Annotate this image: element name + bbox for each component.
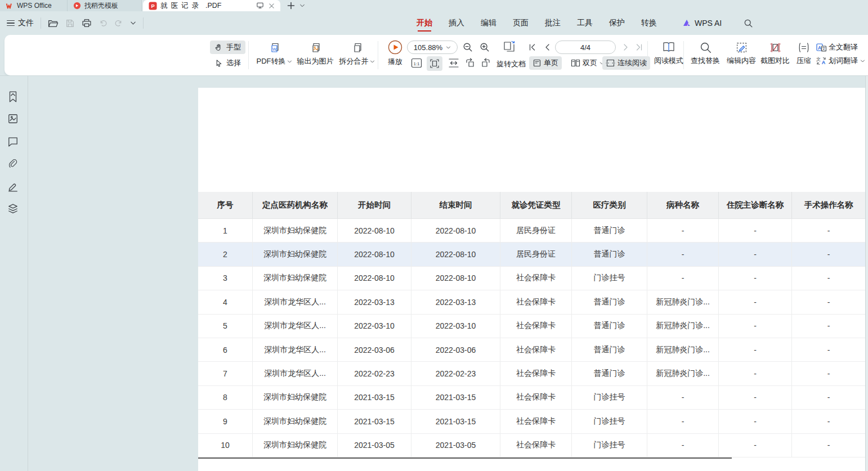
single-page-label: 单页: [544, 58, 558, 68]
table-cell: 2022-02-23: [411, 362, 500, 385]
signature-icon[interactable]: [7, 181, 19, 192]
attachment-icon[interactable]: [7, 158, 19, 169]
zoom-in-icon[interactable]: [480, 42, 490, 52]
table-body: 1深圳市妇幼保健院2022-08-102022-08-10居民身份证普通门诊--…: [198, 219, 865, 457]
swap-pages-icon[interactable]: [502, 39, 517, 54]
full-translate-button[interactable]: A文 全文翻译: [816, 41, 865, 53]
file-menu-button[interactable]: 文件: [7, 18, 34, 28]
table-cell: -: [719, 434, 792, 457]
wps-ai-button[interactable]: WPS AI: [682, 19, 722, 28]
split-merge-button[interactable]: 拆分合并: [336, 42, 378, 66]
menu-convert[interactable]: 转换: [641, 16, 657, 30]
sidebar-panel: [0, 76, 28, 471]
compress-button[interactable]: 压缩: [793, 42, 815, 66]
export-image-label: 输出为图片: [297, 56, 334, 66]
thumbnails-icon[interactable]: [7, 113, 19, 124]
menu-home[interactable]: 开始: [417, 16, 432, 30]
zoom-level-select[interactable]: 105.88%: [407, 41, 458, 54]
table-cell: 社会保障卡: [500, 386, 572, 410]
menu-page[interactable]: 页面: [513, 16, 529, 30]
svg-text:W: W: [272, 47, 276, 51]
table-cell: -: [792, 386, 865, 410]
select-tool-button[interactable]: 选择: [210, 56, 245, 70]
first-page-icon[interactable]: [528, 43, 536, 51]
play-button[interactable]: 播放: [383, 40, 408, 67]
table-cell: -: [647, 219, 719, 243]
close-tab-icon[interactable]: [269, 3, 275, 9]
menu-insert[interactable]: 插入: [449, 16, 464, 30]
print-icon[interactable]: [82, 19, 92, 28]
fit-width-icon[interactable]: [448, 58, 459, 68]
single-page-button[interactable]: 单页: [529, 56, 562, 70]
menu-protect[interactable]: 保护: [609, 16, 625, 30]
actual-size-icon[interactable]: 1:1: [411, 58, 422, 68]
divider: [378, 41, 378, 69]
chevron-down-icon: [287, 60, 292, 64]
continuous-read-button[interactable]: 连续阅读: [602, 56, 650, 70]
save-icon[interactable]: [65, 19, 75, 28]
table-cell: 新冠肺炎门诊...: [647, 315, 719, 338]
tab-document-active[interactable]: P 就医记录.PDF: [143, 0, 280, 11]
table-cell: 2021-03-05: [411, 434, 500, 457]
table-cell: -: [719, 386, 792, 410]
search-icon[interactable]: [744, 19, 753, 28]
history-chevron-icon[interactable]: [130, 21, 136, 25]
layers-icon[interactable]: [7, 203, 19, 214]
table-cell: -: [647, 243, 719, 266]
hand-tool-button[interactable]: 手型: [210, 41, 245, 54]
rotate-document-button[interactable]: 旋转文档: [496, 59, 526, 69]
page-number-input[interactable]: 4/4: [555, 41, 616, 54]
find-replace-label: 查找替换: [691, 56, 720, 66]
table-row: 2深圳市妇幼保健院2022-08-102022-08-10居民身份证普通门诊--…: [198, 243, 865, 266]
new-tab-plus-icon[interactable]: [287, 2, 295, 10]
table-cell: 门诊挂号: [572, 386, 647, 410]
table-header-row: 序号 定点医药机构名称 开始时间 结束时间 就诊凭证类型 医疗类别 病种名称 住…: [198, 192, 865, 219]
edit-content-button[interactable]: 编辑内容: [724, 42, 759, 66]
table-cell: 2022-03-10: [338, 315, 411, 338]
undo-icon[interactable]: [99, 19, 108, 28]
table-cell: 深圳市龙华区人...: [253, 315, 338, 338]
tab-docer-templates[interactable]: 找稻壳模板: [68, 0, 142, 11]
table-cell: 2022-03-10: [411, 315, 500, 338]
rotate-left-icon[interactable]: [465, 58, 475, 68]
vertical-scrollbar[interactable]: [865, 76, 868, 471]
table-bottom-border: [198, 457, 732, 459]
table-cell: -: [719, 315, 792, 338]
divider: [683, 41, 684, 69]
next-page-icon[interactable]: [623, 43, 629, 51]
table-cell: 2021-03-15: [338, 410, 411, 433]
table-row: 4深圳市龙华区人...2022-03-132022-03-13社会保障卡普通门诊…: [198, 290, 865, 314]
zoom-out-icon[interactable]: [463, 42, 473, 52]
table-cell: 门诊挂号: [572, 410, 647, 433]
find-replace-button[interactable]: 查找替换: [688, 42, 723, 66]
prev-page-icon[interactable]: [544, 43, 551, 51]
menu-edit[interactable]: 编辑: [481, 16, 496, 30]
tab-list-chevron-icon[interactable]: [299, 3, 305, 8]
menu-tools[interactable]: 工具: [577, 16, 593, 30]
table-cell: -: [647, 410, 719, 433]
comment-icon[interactable]: [7, 136, 19, 147]
menu-comment[interactable]: 批注: [545, 16, 561, 30]
read-mode-button[interactable]: 阅读模式: [651, 41, 687, 66]
tab-wps-home[interactable]: WPS Office: [0, 0, 68, 11]
wps-ai-label: WPS AI: [695, 19, 722, 28]
table-cell: 6: [198, 338, 253, 362]
monitor-icon[interactable]: [256, 2, 264, 9]
last-page-icon[interactable]: [635, 43, 643, 51]
fit-page-button[interactable]: [427, 56, 442, 71]
hamburger-icon: [7, 19, 15, 28]
word-translate-button[interactable]: 文A 划词翻译: [816, 53, 865, 66]
document-title: 就医记录: [160, 1, 202, 11]
pdf-convert-button[interactable]: W PDF转换: [254, 42, 294, 66]
table-row: 6深圳市龙华区人...2022-03-062022-03-06社会保障卡普通门诊…: [198, 338, 865, 362]
table-cell: 10: [198, 434, 253, 457]
rotate-right-icon[interactable]: [481, 58, 491, 68]
bookmark-icon[interactable]: [7, 91, 19, 103]
table-cell: 普通门诊: [572, 290, 647, 314]
ribbon-toolbar: 手型 选择 W PDF转换 输出为图片 拆分合并 播放 105.88% 4/4: [5, 35, 868, 75]
redo-icon[interactable]: [114, 19, 123, 28]
open-file-icon[interactable]: [48, 19, 59, 28]
export-image-button[interactable]: 输出为图片: [293, 42, 337, 66]
header-cell: 定点医药机构名称: [253, 192, 338, 219]
screenshot-compare-button[interactable]: 截图对比: [758, 42, 793, 66]
